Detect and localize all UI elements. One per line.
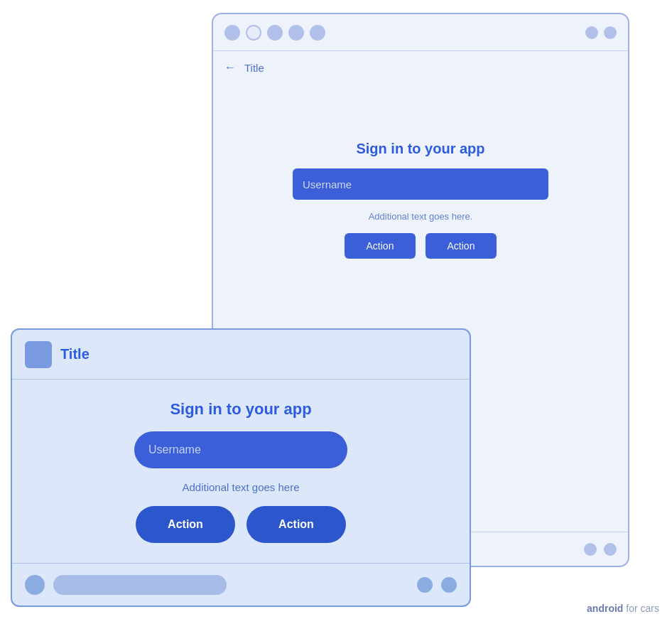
phone-action-button-2[interactable]: Action — [426, 233, 497, 259]
phone-top-bar: ← Title — [213, 51, 628, 84]
phone-status-bar — [213, 14, 628, 51]
status-dot-2 — [246, 25, 261, 41]
car-app-icon — [25, 341, 52, 368]
car-username-input[interactable]: Username — [134, 431, 347, 468]
car-nav-dot-2 — [417, 577, 433, 593]
phone-screen-title: Title — [244, 62, 264, 74]
phone-additional-text: Additional text goes here. — [369, 211, 473, 222]
car-nav-dot-3 — [441, 577, 457, 593]
status-dot-1 — [224, 25, 240, 41]
car-nav-pill — [53, 575, 227, 595]
car-header: Title — [12, 330, 470, 380]
phone-sign-in-heading: Sign in to your app — [356, 141, 484, 157]
car-app-title: Title — [60, 346, 90, 362]
car-mockup: Title Sign in to your app Username Addit… — [11, 328, 471, 607]
watermark: android for cars — [587, 603, 659, 614]
status-dot-5 — [310, 25, 325, 41]
car-nav-dot-1 — [25, 575, 45, 595]
status-dot-3 — [267, 25, 283, 41]
car-additional-text: Additional text goes here — [182, 481, 299, 493]
status-dot-right-1 — [585, 26, 598, 39]
car-username-placeholder: Username — [148, 443, 201, 456]
phone-username-input[interactable]: Username — [293, 168, 548, 200]
car-bottom-bar — [12, 563, 470, 606]
bottom-dot-2 — [604, 543, 617, 556]
status-dot-4 — [288, 25, 304, 41]
car-action-button-1[interactable]: Action — [136, 506, 235, 543]
phone-action-row: Action Action — [345, 233, 497, 259]
car-action-button-2[interactable]: Action — [246, 506, 346, 543]
phone-action-button-1[interactable]: Action — [345, 233, 416, 259]
back-arrow-icon[interactable]: ← — [224, 61, 236, 74]
phone-username-placeholder: Username — [303, 178, 352, 190]
status-dot-right-2 — [604, 26, 617, 39]
watermark-suffix: for cars — [623, 603, 659, 614]
car-sign-in-heading: Sign in to your app — [170, 400, 311, 419]
car-action-row: Action Action — [136, 506, 346, 543]
watermark-brand: android — [587, 603, 623, 614]
bottom-dot-1 — [584, 543, 597, 556]
car-content: Sign in to your app Username Additional … — [12, 380, 470, 563]
